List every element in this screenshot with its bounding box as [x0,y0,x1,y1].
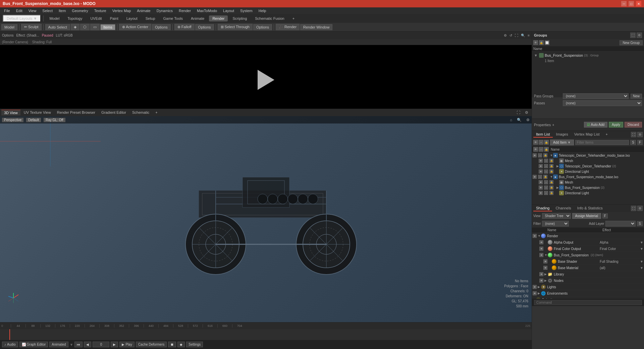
settings-btn[interactable]: Settings [186,342,203,347]
maximize-button[interactable]: □ [629,1,634,6]
shader-row-color[interactable]: 👁 Final Color Output Final Color ▼ [539,246,644,252]
col-eye-icon[interactable]: 👁 [533,147,538,152]
groups-vis-icon[interactable]: ⬜ [545,40,549,45]
baseshader-eye[interactable]: 👁 [543,259,547,263]
add-item-btn[interactable]: Add Item ▼ [550,140,574,145]
vertex-btn[interactable]: ◈ [71,24,79,30]
model-btn[interactable]: Model [1,24,17,30]
menu-geometry[interactable]: Geometry [69,8,91,13]
col-lock-icon[interactable]: 🔒 [544,147,549,152]
item-row-7[interactable]: 👁 ○ 🔒 ▶ ✦ Directional Light [532,190,644,196]
groups-eye-icon[interactable]: 👁 [533,40,538,45]
alpha-eye[interactable]: 👁 [539,240,543,244]
menu-select[interactable]: Select [40,8,55,13]
menu-texture[interactable]: Texture [92,8,109,13]
timeline-track[interactable] [0,329,532,340]
render-eye[interactable]: 👁 [533,234,537,238]
item-add-icon[interactable]: + [539,140,543,145]
menu-system[interactable]: System [237,8,255,13]
prev-btn[interactable]: ◀ [84,342,91,347]
item-row-4[interactable]: 👁 ○ 🔒 ▼ ■ Bus_Front_Suspension_modo_base… [532,174,644,180]
menu-file[interactable]: File [1,8,13,13]
close-button[interactable]: ✕ [636,1,641,6]
render-icon-3[interactable]: ⛶ [515,34,518,37]
tab-vertexmaplist[interactable]: Vertex Map List [572,132,602,138]
menu-vertexmap[interactable]: Vertex Map [110,8,134,13]
tab-model[interactable]: Model [46,15,63,21]
raygl-label[interactable]: Ray GL: Off [44,118,65,122]
add-layer-select[interactable] [605,221,636,227]
tab-schematic[interactable]: Schematic [129,110,152,115]
play-forward-btn[interactable]: ▶ [111,342,118,347]
view-icon-search[interactable]: 🔍 [517,118,522,122]
row6-sel[interactable]: ○ [544,186,548,190]
options2-btn[interactable]: Options [195,24,214,30]
tab-add[interactable]: + [289,15,298,21]
options1-btn[interactable]: Options [152,24,171,30]
lights-eye[interactable]: 👁 [533,285,537,289]
pass-new-btn[interactable]: New [631,94,642,99]
poly-btn[interactable]: ▭ [90,24,100,30]
item-row-0[interactable]: 👁 ○ 🔒 ▼ ■ Telescopic_Deicer_Telehandler_… [532,153,644,158]
action-center-btn[interactable]: ⊕ Action Center [119,24,151,30]
row2-sel[interactable]: ○ [544,164,548,168]
environments-expand[interactable]: ▶ [538,292,541,295]
row1-eye[interactable]: 👁 [539,159,543,163]
groups-settings-icon[interactable]: ⚙ [637,33,642,38]
row6-lock[interactable]: 🔒 [549,186,553,190]
animated-btn[interactable]: Animated [49,342,68,347]
play-icon[interactable] [258,70,274,90]
menu-layout[interactable]: Layout [220,8,237,13]
items-btn[interactable]: Items [100,24,115,30]
item-f-btn[interactable]: F [637,140,643,145]
alpha-effect-chevron[interactable]: ▼ [640,241,643,244]
viewport-3d[interactable]: Perspective Default Ray GL: Off ⌂ 🔍 ⚙ [0,116,532,322]
shading-settings-icon[interactable]: ⚙ [637,206,643,211]
shader-row-baseshader[interactable]: 👁 Base Shader Full Shading ▼ [543,258,644,265]
falloff-btn[interactable]: ⊗ Falloff [174,24,195,30]
render-icon-5[interactable]: ≡ [528,34,530,37]
row7-sel[interactable]: ○ [544,191,548,195]
row0-expand[interactable]: ▼ [550,153,553,158]
perspective-label[interactable]: Perspective [2,118,23,122]
properties-add-icon[interactable]: + [552,123,554,127]
filter-select[interactable]: (none) [542,221,569,227]
item-row-1[interactable]: 👁 ○ 🔒 ▶ ▦ Mesh [532,158,644,163]
tab-3dview[interactable]: 3D View [1,110,20,115]
menu-item[interactable]: Item [56,8,68,13]
shading-label[interactable]: Default [26,118,41,122]
row3-eye[interactable]: 👁 [539,169,543,173]
baseshader-chevron[interactable]: ▼ [640,260,643,263]
cache-deformers-btn[interactable]: Cache Deformers [136,342,167,347]
row4-eye[interactable]: 👁 [533,175,537,179]
row1-lock[interactable]: 🔒 [549,159,553,163]
render-icon-2[interactable]: ↺ [509,34,512,37]
shading-view-select[interactable]: Shader Tree [542,213,571,219]
item-row-6[interactable]: 👁 ○ 🔒 ▶ ⬡ Bus_Front_Suspension (2) [532,185,644,190]
select-through-btn[interactable]: ⊞ Select Through [218,24,253,30]
row3-sel[interactable]: ○ [544,169,548,173]
nodes-eye[interactable]: 👁 [539,279,543,283]
row2-expand[interactable]: ▶ [556,164,559,168]
tab-uvedit[interactable]: UVEdit [87,15,105,21]
library-expand[interactable]: ▶ [544,272,548,276]
busgroup-expand[interactable]: ▼ [544,253,548,257]
minimize-button[interactable]: ─ [621,1,627,6]
layout-dropdown-btn[interactable]: Default Layouts ▼ [3,15,41,22]
item-row-2[interactable]: 👁 ○ 🔒 ▶ ⬡ Telescopic_Deicer_Telehandler … [532,163,644,169]
tab-renderpreset[interactable]: Render Preset Browser [54,110,98,115]
menu-view[interactable]: View [26,8,39,13]
shader-row-render[interactable]: 👁 ▼ Render [532,233,644,239]
shading-expand-icon[interactable]: ⛶ [631,206,636,211]
basematerial-eye[interactable]: 👁 [543,266,547,270]
row4-sel[interactable]: ○ [538,175,542,179]
render-expand[interactable]: ▼ [538,234,541,238]
sculpt-btn[interactable]: ✏ Sculpt [21,24,42,30]
render-icon-1[interactable]: ⚙ [504,34,507,37]
auto-add-btn[interactable]: ☑ Auto Add [584,122,607,128]
tab-add-view[interactable]: + [153,110,160,115]
nodes-expand[interactable]: ▶ [544,279,548,282]
item-row-5[interactable]: 👁 ○ 🔒 ▶ ▦ Mesh [532,180,644,185]
row0-lock[interactable]: 🔒 [543,153,547,157]
command-input[interactable] [534,300,642,305]
